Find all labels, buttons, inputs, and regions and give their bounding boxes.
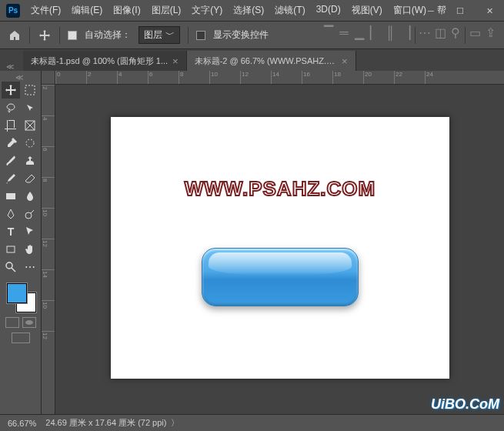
crop-tool[interactable] (2, 117, 20, 134)
menu-file[interactable]: 文件(F) (26, 2, 65, 19)
auto-select-checkbox[interactable] (68, 31, 77, 40)
maximize-button[interactable]: ☐ (446, 0, 475, 22)
ruler-tick: 4 (117, 71, 148, 84)
dodge-tool[interactable] (21, 205, 39, 222)
svg-point-2 (26, 139, 34, 147)
menu-edit[interactable]: 编辑(E) (67, 2, 107, 19)
window-controls: ─ ☐ ✕ (416, 0, 504, 22)
separator (415, 27, 416, 44)
screen-mode-icon[interactable] (12, 332, 30, 343)
minimize-button[interactable]: ─ (416, 0, 446, 22)
quick-mask-icon[interactable] (22, 317, 36, 328)
chevron-down-icon: ﹀ (165, 28, 175, 42)
standard-mode-icon[interactable] (5, 317, 19, 328)
move-tool[interactable] (2, 82, 20, 99)
healing-tool[interactable] (21, 135, 39, 152)
auto-select-label: 自动选择： (85, 28, 131, 42)
path-select-tool[interactable] (21, 223, 39, 240)
menu-3d[interactable]: 3D(D) (312, 2, 345, 19)
toolbox-collapse-icon[interactable]: ≪ (15, 73, 23, 82)
move-tool-icon[interactable] (38, 28, 52, 42)
zoom-level[interactable]: 66.67% (8, 419, 36, 428)
eraser-tool[interactable] (21, 170, 39, 187)
document-tab-1[interactable]: 未标题-1.psd @ 100% (圆角矩形 1... × (23, 51, 187, 71)
menu-type[interactable]: 文字(Y) (187, 2, 227, 19)
edit-toolbar[interactable]: ⋯ (21, 259, 39, 276)
lasso-tool[interactable] (2, 99, 20, 116)
vertical-ruler[interactable]: 24681012141012 (42, 85, 55, 414)
glossy-button-shape[interactable] (202, 248, 359, 306)
svg-rect-3 (6, 193, 15, 199)
show-transform-checkbox[interactable] (196, 31, 205, 40)
status-bar: 66.67% 24.69 厘米 x 17.64 厘米 (72 ppi) 〉 (0, 414, 504, 431)
align-vcenter-icon[interactable]: ═ (338, 27, 350, 39)
menu-view[interactable]: 视图(V) (347, 2, 387, 19)
app-logo: Ps (6, 4, 20, 18)
type-tool[interactable]: T (2, 223, 20, 240)
hand-tool[interactable] (21, 241, 39, 258)
eyedropper-tool[interactable] (2, 135, 20, 152)
ruler-tick: 16 (302, 71, 332, 84)
menu-select[interactable]: 选择(S) (229, 2, 269, 19)
watermark: UiBO.CoM (431, 396, 499, 413)
3d-mode-icon[interactable]: ◫ (434, 27, 446, 39)
layer-dropdown[interactable]: 图层﹀ (139, 26, 180, 44)
dropdown-label: 图层 (144, 28, 162, 42)
gradient-tool[interactable] (2, 188, 20, 205)
blur-tool[interactable] (21, 188, 39, 205)
clone-stamp-tool[interactable] (21, 152, 39, 169)
document-dimensions: 24.69 厘米 x 17.64 厘米 (72 ppi) (45, 417, 166, 429)
search-icon[interactable]: ⚲ (449, 27, 462, 39)
separator (465, 27, 466, 44)
home-icon[interactable] (8, 28, 22, 42)
close-icon[interactable]: × (172, 55, 179, 67)
rectangle-tool[interactable] (2, 241, 20, 258)
align-left-icon[interactable]: ▏ (369, 27, 381, 39)
ruler-tick: 10 (42, 300, 55, 331)
separator (29, 27, 30, 44)
horizontal-ruler[interactable]: 024681012141618202224 (55, 71, 504, 85)
svg-rect-0 (25, 85, 35, 95)
menu-image[interactable]: 图像(I) (108, 2, 145, 19)
distribute-icon[interactable]: ⋯ (419, 27, 431, 39)
main-menu: 文件(F) 编辑(E) 图像(I) 图层(L) 文字(Y) 选择(S) 滤镜(T… (26, 2, 451, 19)
brush-tool[interactable] (2, 152, 20, 169)
share-icon[interactable]: ⇪ (484, 27, 496, 39)
align-hcenter-icon[interactable]: ║ (384, 27, 396, 39)
tool-grid: T ⋯ (2, 82, 39, 276)
document-tab-bar: ≪ 未标题-1.psd @ 100% (圆角矩形 1... × 未标题-2 @ … (0, 49, 504, 71)
color-swatches (5, 282, 36, 312)
show-transform-label: 显示变换控件 (213, 28, 269, 42)
frame-tool[interactable] (21, 117, 39, 134)
align-bottom-icon[interactable]: ▁ (353, 27, 365, 39)
close-icon[interactable]: × (342, 55, 348, 67)
history-brush-tool[interactable] (2, 170, 20, 187)
canvas-area[interactable]: 024681012141618202224 24681012141012 WWW… (42, 71, 504, 414)
svg-point-6 (6, 262, 12, 269)
ruler-tick: 20 (363, 71, 394, 84)
ruler-tick: 12 (42, 239, 55, 269)
ruler-tick: 22 (394, 71, 425, 84)
align-top-icon[interactable]: ▔ (322, 27, 335, 39)
chevron-right-icon[interactable]: 〉 (171, 417, 179, 429)
title-bar: Ps 文件(F) 编辑(E) 图像(I) 图层(L) 文字(Y) 选择(S) 滤… (0, 0, 504, 22)
ruler-tick: 0 (55, 71, 86, 84)
menu-filter[interactable]: 滤镜(T) (270, 2, 309, 19)
quick-select-tool[interactable] (21, 99, 39, 116)
marquee-tool[interactable] (21, 82, 39, 99)
foreground-color-swatch[interactable] (7, 283, 27, 303)
zoom-tool[interactable] (2, 259, 20, 276)
headline-text-layer[interactable]: WWW.PSAHZ.COM (111, 177, 449, 201)
document-canvas[interactable]: WWW.PSAHZ.COM (111, 117, 449, 379)
document-tab-2[interactable]: 未标题-2 @ 66.7% (WWW.PSAHZ.COM, RGB/8#) * … (187, 51, 356, 71)
tab-overflow-icon[interactable]: ≪ (6, 62, 14, 71)
pen-tool[interactable] (2, 205, 20, 222)
svg-rect-5 (7, 246, 15, 252)
ruler-tick: 10 (209, 71, 240, 84)
align-right-icon[interactable]: ▕ (399, 27, 412, 39)
ruler-origin[interactable] (42, 71, 55, 85)
close-button[interactable]: ✕ (475, 0, 504, 22)
menu-layer[interactable]: 图层(L) (147, 2, 186, 19)
ruler-tick: 6 (42, 146, 55, 177)
arrange-icon[interactable]: ▭ (469, 27, 481, 39)
